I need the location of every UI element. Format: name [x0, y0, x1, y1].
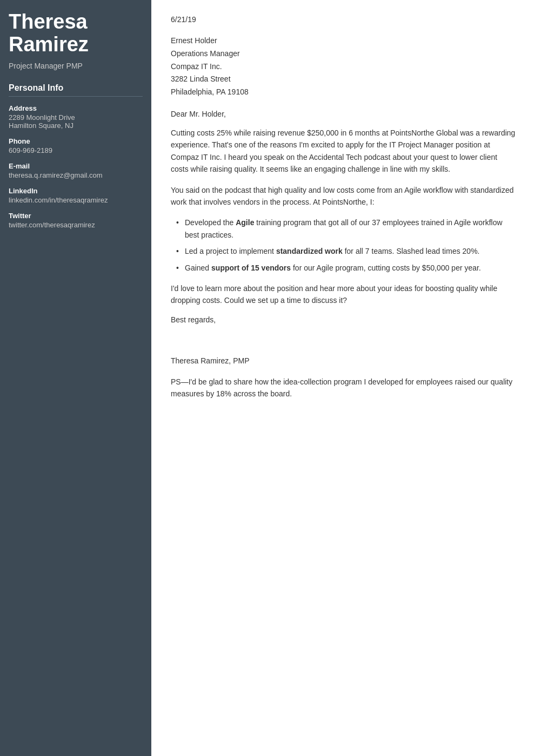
candidate-title: Project Manager PMP	[9, 62, 143, 70]
bullet3-post: for our Agile program, cutting costs by …	[291, 264, 481, 272]
address-line1: 2289 Moonlight Drive	[9, 113, 143, 122]
email-label: E-mail	[9, 162, 143, 170]
bullet3-bold: support of 15 vendors	[211, 264, 291, 272]
paragraph-1: Cutting costs 25% while raising revenue …	[171, 127, 516, 176]
closing: Best regards,	[171, 315, 516, 324]
phone-value: 609-969-2189	[9, 146, 143, 154]
email-value: theresa.q.ramirez@gmail.com	[9, 171, 143, 179]
last-name: Ramirez	[9, 33, 89, 56]
recipient-name: Ernest Holder	[171, 35, 516, 48]
recipient-company: Compaz IT Inc.	[171, 60, 516, 73]
signature-name: Theresa Ramirez, PMP	[171, 356, 516, 365]
sidebar: Theresa Ramirez Project Manager PMP Pers…	[0, 0, 151, 756]
bullet2-pre: Led a project to implement	[185, 247, 276, 255]
address-label: Address	[9, 104, 143, 112]
personal-info-heading: Personal Info	[9, 83, 143, 97]
bullet2-bold: standardized work	[276, 247, 343, 255]
recipient-city: Philadelphia, PA 19108	[171, 86, 516, 99]
salutation: Dear Mr. Holder,	[171, 110, 516, 118]
letter-content: 6/21/19 Ernest Holder Operations Manager…	[151, 0, 535, 756]
bullet1-pre: Developed the	[185, 218, 236, 227]
first-name: Theresa	[9, 10, 88, 33]
bullet-item-1: Developed the Agile training program tha…	[176, 217, 516, 241]
linkedin-block: LinkedIn linkedin.com/in/theresaqramirez	[9, 187, 143, 204]
address-line2: Hamilton Square, NJ	[9, 122, 143, 130]
phone-label: Phone	[9, 137, 143, 145]
twitter-label: Twitter	[9, 212, 143, 220]
paragraph-3: I'd love to learn more about the positio…	[171, 282, 516, 307]
recipient-title: Operations Manager	[171, 48, 516, 60]
email-block: E-mail theresa.q.ramirez@gmail.com	[9, 162, 143, 179]
paragraph-2-intro: You said on the podcast that high qualit…	[171, 184, 516, 208]
letter-date: 6/21/19	[171, 15, 516, 24]
linkedin-value: linkedin.com/in/theresaqramirez	[9, 196, 143, 204]
candidate-name: Theresa Ramirez	[9, 11, 143, 56]
address-block: Address 2289 Moonlight Drive Hamilton Sq…	[9, 104, 143, 130]
recipient-block: Ernest Holder Operations Manager Compaz …	[171, 35, 516, 99]
linkedin-label: LinkedIn	[9, 187, 143, 195]
phone-block: Phone 609-969-2189	[9, 137, 143, 154]
twitter-value: twitter.com/theresaqramirez	[9, 221, 143, 229]
recipient-street: 3282 Linda Street	[171, 73, 516, 86]
twitter-block: Twitter twitter.com/theresaqramirez	[9, 212, 143, 229]
bullet-list: Developed the Agile training program tha…	[176, 217, 516, 274]
bullet-item-3: Gained support of 15 vendors for our Agi…	[176, 262, 516, 274]
ps-paragraph: PS—I'd be glad to share how the idea-col…	[171, 376, 516, 400]
bullet2-post: for all 7 teams. Slashed lead times 20%.	[343, 247, 480, 255]
bullet3-pre: Gained	[185, 264, 211, 272]
bullet-item-2: Led a project to implement standardized …	[176, 245, 516, 257]
bullet1-bold: Agile	[236, 218, 254, 227]
